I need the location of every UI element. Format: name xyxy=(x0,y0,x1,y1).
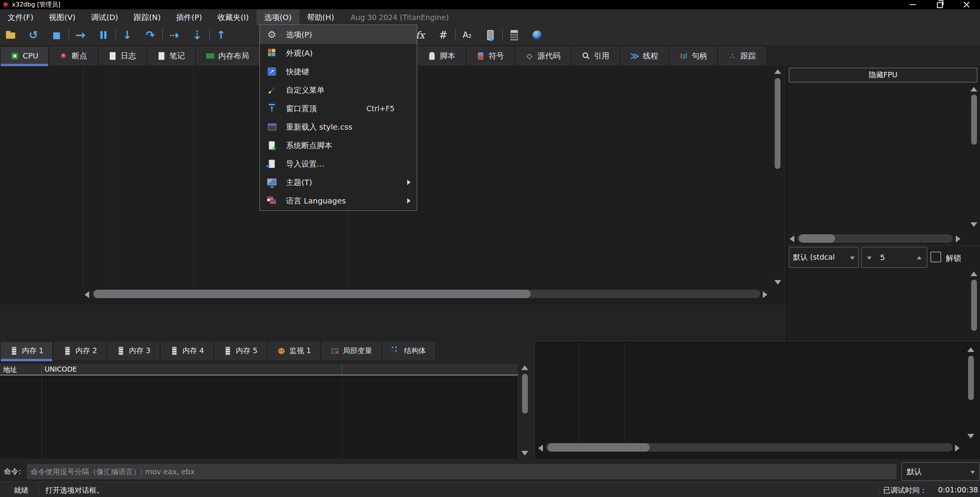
registers-vscroll-thumb[interactable] xyxy=(971,95,977,145)
menu-debug[interactable]: 调试(D) xyxy=(83,9,126,25)
hide-fpu-button[interactable]: 隐藏FPU xyxy=(789,68,977,82)
tab-notes[interactable]: 笔记 xyxy=(148,47,195,65)
command-profile-select[interactable]: 默认 xyxy=(902,462,980,481)
memory-vscroll-up-arrow[interactable] xyxy=(521,365,528,370)
menu-file[interactable]: 文件(F) xyxy=(0,9,41,25)
registers-hscroll-left-arrow[interactable] xyxy=(790,235,794,242)
memory-dump-body[interactable] xyxy=(0,375,518,459)
restore-button[interactable] xyxy=(926,0,953,9)
step-over-button[interactable] xyxy=(144,27,157,43)
menu-item-languages[interactable]: 语言 Languages xyxy=(260,192,417,210)
spinner-decrement-icon[interactable] xyxy=(867,257,872,260)
restart-button[interactable] xyxy=(27,27,40,43)
patches-button[interactable] xyxy=(437,27,450,43)
memory-vscroll-down-arrow[interactable] xyxy=(521,451,528,455)
menu-options[interactable]: 选项(O) xyxy=(256,9,299,25)
internet-button[interactable] xyxy=(531,27,544,43)
tab-locals[interactable]: 局部变量 xyxy=(322,342,381,360)
stack-hscroll-thumb[interactable] xyxy=(547,443,650,452)
stack-vscroll-up-arrow[interactable] xyxy=(967,347,974,352)
column-header-unicode[interactable]: UNICODE xyxy=(42,364,342,375)
run-to-user-button[interactable] xyxy=(168,27,181,43)
cpu-vscroll-thumb[interactable] xyxy=(775,78,780,169)
command-input[interactable] xyxy=(27,464,897,479)
tab-cpu[interactable]: CPU xyxy=(1,47,48,65)
stack-hscroll-left-arrow[interactable] xyxy=(538,445,543,452)
toolbar-button[interactable] xyxy=(162,29,163,41)
registers-hscroll-right-arrow[interactable] xyxy=(956,235,960,242)
calling-convention-select[interactable]: 默认 (stdcal xyxy=(789,247,859,268)
close-button[interactable] xyxy=(953,0,980,9)
stack-vscroll-down-arrow[interactable] xyxy=(967,434,974,439)
cpu-hscroll-left-arrow[interactable] xyxy=(85,291,89,298)
tab-dump-2[interactable]: 内存 2 xyxy=(54,342,106,360)
menu-trace[interactable]: 跟踪(N) xyxy=(126,9,168,25)
stack-vscroll-thumb[interactable] xyxy=(968,356,974,400)
cpu-vscroll-up-arrow[interactable] xyxy=(774,69,781,74)
trace-into-button[interactable] xyxy=(191,27,204,43)
tab-dump-4[interactable]: 内存 4 xyxy=(161,342,213,360)
menu-item-reload-style[interactable]: 重新载入 style.css xyxy=(260,118,417,136)
menu-view[interactable]: 视图(V) xyxy=(41,9,83,25)
menu-item-appearance[interactable]: 外观(A) xyxy=(260,44,417,62)
cpu-hscroll-thumb[interactable] xyxy=(94,290,531,298)
stack-hscroll-right-arrow[interactable] xyxy=(955,445,960,452)
registers-hscroll-thumb[interactable] xyxy=(799,234,835,243)
args-vscroll-up-arrow[interactable] xyxy=(970,272,977,276)
args-vscroll-thumb[interactable] xyxy=(971,280,977,331)
minimize-button[interactable] xyxy=(899,0,926,9)
menu-item-icon xyxy=(266,195,278,206)
tab-dump-3[interactable]: 内存 3 xyxy=(108,342,159,360)
tab-threads[interactable]: 线程 xyxy=(621,47,668,65)
tab-script[interactable]: 脚本 xyxy=(418,47,465,65)
calculator-button[interactable] xyxy=(507,27,521,43)
menu-favourites[interactable]: 收藏夹(I) xyxy=(210,9,257,25)
tab-watch-1[interactable]: 监视 1 xyxy=(268,342,320,360)
comment-button[interactable] xyxy=(461,27,474,43)
tab-dump-5[interactable]: 内存 5 xyxy=(215,342,266,360)
stop-button[interactable] xyxy=(50,27,63,43)
memory-vscroll-thumb[interactable] xyxy=(522,374,528,414)
menu-plugins[interactable]: 插件(P) xyxy=(168,9,210,25)
menu-item-customize-menus[interactable]: 自定义菜单 xyxy=(260,81,417,99)
menu-item-options[interactable]: 选项(P) xyxy=(260,25,417,44)
toolbar-button[interactable] xyxy=(115,29,116,41)
menu-item-import-settings[interactable]: 导入设置... xyxy=(260,155,417,173)
tab-breakpoints[interactable]: 断点 xyxy=(50,47,97,65)
tab-symbols[interactable]: 符号 xyxy=(467,47,514,65)
menu-help[interactable]: 帮助(H) xyxy=(299,9,342,25)
step-into-button[interactable] xyxy=(121,27,134,43)
tab-dump-1[interactable]: 内存 1 xyxy=(1,342,52,360)
pause-button[interactable] xyxy=(97,27,110,43)
toolbar-button[interactable] xyxy=(68,29,69,41)
argument-count-spinner[interactable]: 5 xyxy=(861,247,927,268)
unlock-checkbox[interactable] xyxy=(930,252,941,262)
step-out-button[interactable] xyxy=(215,27,228,43)
unlock-label: 解锁 xyxy=(946,253,961,264)
registers-vscroll-up-arrow[interactable] xyxy=(970,87,977,92)
run-button[interactable] xyxy=(74,27,87,43)
menu-item-topmost[interactable]: 窗口置顶 Ctrl+F5 xyxy=(260,99,417,118)
registers-vscroll-down-arrow[interactable] xyxy=(970,222,977,227)
menu-item-system-bp-script[interactable]: 系统断点脚本 xyxy=(260,136,417,155)
tab-memory-map[interactable]: 内存布局 xyxy=(196,47,259,65)
combo-dropdown-icon xyxy=(850,257,855,260)
tab-source[interactable]: 源代码 xyxy=(516,47,570,65)
menu-item-shortcuts[interactable]: 快捷键 xyxy=(260,62,417,81)
menu-item-theme[interactable]: 主题(T) xyxy=(260,173,417,192)
open-file-button[interactable] xyxy=(4,27,17,43)
cpu-hscroll-right-arrow[interactable] xyxy=(763,291,767,298)
tab-struct[interactable]: 结构体 xyxy=(383,342,435,360)
spinner-increment-icon[interactable] xyxy=(917,256,922,259)
column-header-address[interactable]: 地址 xyxy=(0,364,42,375)
modules-button[interactable] xyxy=(484,27,497,43)
toolbar-button[interactable] xyxy=(209,29,210,41)
cpu-vscroll-down-arrow[interactable] xyxy=(774,280,781,285)
stack-panel[interactable] xyxy=(534,341,980,459)
toolbar-button[interactable] xyxy=(455,29,456,41)
toolbar-button[interactable] xyxy=(502,29,503,41)
tab-references[interactable]: 引用 xyxy=(572,47,619,65)
tab-trace[interactable]: 跟踪 xyxy=(719,47,765,65)
tab-log[interactable]: 日志 xyxy=(99,47,146,65)
tab-handles[interactable]: 句柄 xyxy=(670,47,717,65)
